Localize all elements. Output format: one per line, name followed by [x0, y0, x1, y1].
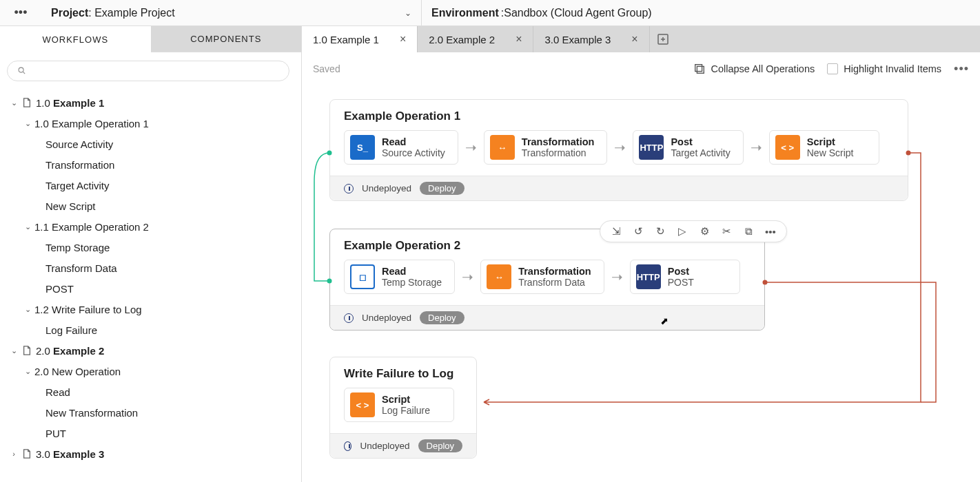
more-button[interactable]: ••• — [954, 62, 969, 76]
copy-icon[interactable]: ⧉ — [742, 225, 755, 238]
twist-right-icon: › — [7, 450, 21, 458]
tree-item[interactable]: Target Activity — [0, 175, 301, 196]
tab-workflows[interactable]: WORKFLOWS — [0, 26, 151, 52]
step-title: Transformation — [522, 136, 595, 148]
cut-icon[interactable]: ✂ — [720, 225, 733, 238]
save-status: Saved — [313, 63, 340, 74]
status-icon — [344, 313, 354, 323]
tree-item[interactable]: ⌄2.0 New Operation — [0, 361, 301, 381]
tree-item[interactable]: Temp Storage — [0, 237, 301, 258]
tree-item-label: POST — [45, 283, 74, 295]
step-subtitle: Source Activity — [382, 147, 445, 158]
more-icon[interactable]: ••• — [764, 225, 777, 238]
tree-item[interactable]: POST — [0, 278, 301, 299]
operation-step[interactable]: < >ScriptLog Failure — [344, 388, 454, 422]
operation-step[interactable]: HTTPPostTarget Activity — [633, 130, 743, 165]
step-title: Transformation — [518, 266, 591, 277]
collapse-all-button[interactable]: Collapse All Operations — [693, 63, 815, 75]
tree-item[interactable]: ⌄1.0 Example 1 — [0, 92, 301, 113]
tree-item[interactable]: New Transformation — [0, 402, 301, 423]
operation-step[interactable]: ◻ReadTemp Storage — [344, 260, 455, 294]
tree-item[interactable]: Transform Data — [0, 258, 301, 278]
tree-item-label: Transformation — [45, 159, 114, 171]
play-icon[interactable]: ▷ — [676, 225, 688, 238]
canvas-tab[interactable]: 2.0 Example 2× — [418, 26, 533, 52]
operation-card[interactable]: Example Operation 2◻ReadTemp Storage➝↔Tr… — [329, 229, 765, 331]
script-icon: < > — [775, 135, 800, 160]
tree-item-label: 2.0 New Operation — [34, 366, 121, 377]
operation-title: Example Operation 1 — [330, 100, 908, 130]
canvas-tab[interactable]: 1.0 Example 1× — [302, 26, 418, 52]
operation-step[interactable]: ↔TransformationTransformation — [484, 130, 608, 165]
cursor-icon: ⬉ — [660, 315, 668, 326]
tree-item[interactable]: Read — [0, 381, 301, 402]
collapse-icon — [693, 63, 706, 75]
tree-item[interactable]: ⌄1.1 Example Operation 2 — [0, 216, 301, 237]
tree-item[interactable]: PUT — [0, 423, 301, 443]
operation-card[interactable]: Example Operation 1S_ReadSource Activity… — [329, 99, 908, 201]
deploy-button[interactable]: Deploy — [418, 439, 462, 452]
operation-step[interactable]: S_ReadSource Activity — [344, 130, 458, 165]
deploy-button[interactable]: Deploy — [420, 182, 464, 195]
deploy-status: Undeployed — [362, 313, 411, 323]
tree-item-label: 1.1 Example Operation 2 — [34, 221, 149, 233]
menu-button[interactable]: ••• — [0, 0, 41, 25]
close-icon[interactable]: × — [631, 33, 637, 45]
tree-item[interactable]: ⌄2.0 Example 2 — [0, 340, 301, 361]
tree-item[interactable]: ⌄1.2 Write Failure to Log — [0, 299, 301, 319]
tree-item[interactable]: Transformation — [0, 154, 301, 175]
undo-icon[interactable]: ↺ — [632, 225, 644, 238]
tree-item[interactable]: Source Activity — [0, 134, 301, 154]
deploy-status: Undeployed — [360, 441, 409, 451]
arrow-right-icon: ➝ — [611, 269, 623, 285]
redo-icon[interactable]: ↻ — [654, 225, 666, 238]
tree-item-label: Log Failure — [45, 324, 97, 336]
arrow-right-icon: ➝ — [751, 139, 762, 156]
step-title: Read — [382, 136, 445, 148]
deploy-button[interactable]: Deploy — [420, 311, 464, 324]
file-icon — [21, 449, 33, 459]
close-icon[interactable]: × — [400, 33, 406, 45]
arrow-right-icon: ➝ — [462, 269, 473, 285]
environment-name: Sandbox (Cloud Agent Group) — [504, 7, 651, 19]
tree-item-label: Temp Storage — [45, 242, 110, 253]
operation-step[interactable]: ↔TransformationTransform Data — [480, 260, 604, 294]
operation-card[interactable]: Write Failure to Log< >ScriptLog Failure… — [329, 357, 477, 459]
tree-item-label: Target Activity — [45, 180, 110, 191]
operation-step[interactable]: HTTPPostPOST — [630, 260, 740, 294]
twist-down-icon: ⌄ — [21, 119, 34, 128]
project-name: Example Project — [94, 7, 175, 19]
tree-item[interactable]: ⌄1.0 Example Operation 1 — [0, 113, 301, 134]
highlight-invalid-toggle[interactable]: Highlight Invalid Items — [827, 63, 941, 74]
debug-icon[interactable]: ⚙ — [698, 225, 711, 238]
operation-toolbar: ⇲↺↻▷⚙✂⧉••• — [600, 220, 787, 242]
add-tab-button[interactable] — [650, 26, 676, 52]
tree-item[interactable]: ›3.0 Example 3 — [0, 443, 301, 464]
canvas-tab[interactable]: 3.0 Example 3× — [533, 26, 649, 52]
step-title: Read — [382, 266, 442, 277]
twist-down-icon: ⌄ — [7, 346, 21, 355]
transform-icon: ↔ — [487, 264, 511, 289]
operation-step[interactable]: < >ScriptNew Script — [769, 130, 879, 165]
canvas-body[interactable]: Example Operation 1S_ReadSource Activity… — [302, 85, 980, 482]
tree-item[interactable]: New Script — [0, 196, 301, 216]
collapse-icon[interactable]: ⇲ — [610, 225, 622, 238]
environment-display: Environment: Sandbox (Cloud Agent Group) — [422, 0, 980, 25]
close-icon[interactable]: × — [515, 33, 522, 45]
tree-item[interactable]: Log Failure — [0, 319, 301, 340]
tab-label: 1.0 Example 1 — [313, 34, 379, 45]
transform-icon: ↔ — [490, 135, 515, 160]
svg-rect-6 — [697, 66, 704, 73]
step-title: Script — [382, 394, 430, 406]
step-subtitle: Log Failure — [382, 405, 430, 416]
tab-label: 2.0 Example 2 — [429, 34, 495, 45]
tab-components[interactable]: COMPONENTS — [151, 26, 302, 52]
collapse-all-label: Collapse All Operations — [711, 63, 815, 74]
workflow-tree: ⌄1.0 Example 1⌄1.0 Example Operation 1So… — [0, 90, 301, 482]
operation-footer: UndeployedDeploy — [330, 176, 908, 200]
checkbox-icon — [827, 63, 838, 74]
project-selector[interactable]: Project: Example Project ⌄ — [41, 0, 422, 25]
sidebar: WORKFLOWS COMPONENTS ⌄1.0 Example 1⌄1.0 … — [0, 26, 302, 482]
tree-item-label: Source Activity — [45, 138, 113, 150]
search-input[interactable] — [7, 61, 289, 81]
